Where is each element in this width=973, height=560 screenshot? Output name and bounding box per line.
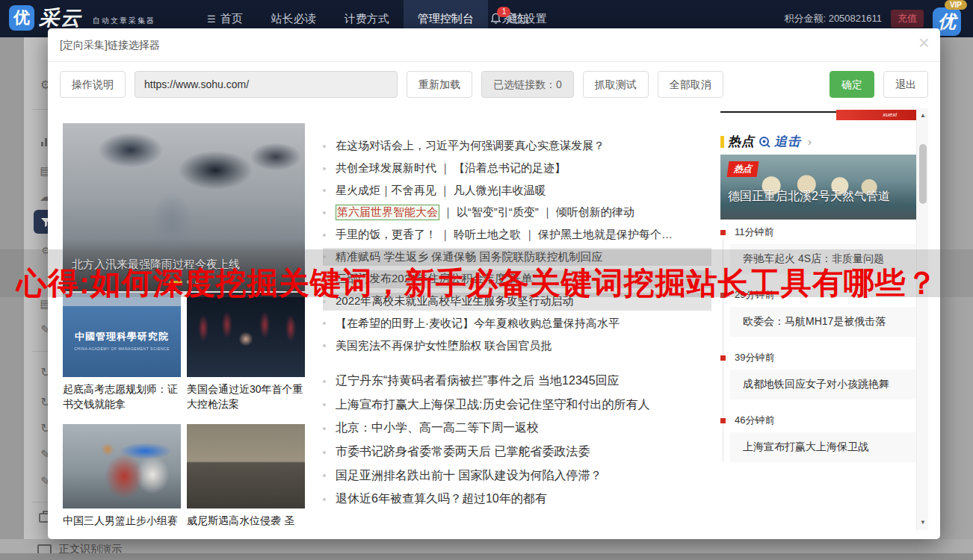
photo-card[interactable]: 威尼斯遇高水位侵袭 圣 [187,424,305,528]
vertical-scrollbar[interactable]: ▲ ▼ [916,108,928,530]
news-item[interactable]: 辽宁丹东“持黄码者看病被拦”事件之后 当地12345回应 [323,370,711,393]
news-item[interactable]: 在这场对话会上，习近平为何强调要真心实意谋发展？ [323,135,711,158]
notification-badge: 1 [497,7,510,17]
news-item[interactable]: 第六届世界智能大会 ｜ 以“智变”引“质变” ｜ 倾听创新的律动 [323,202,711,224]
news-item[interactable]: 共创全球发展新时代 ｜ 【沿着总书记的足迹】 [323,158,711,180]
scroll-down-icon[interactable]: ▼ [917,517,928,529]
confirm-button[interactable]: 确定 [830,71,874,98]
card-caption[interactable]: 起底高考志愿规划师：证书交钱就能拿 [63,382,181,412]
selected-link-highlight[interactable]: 第六届世界智能大会 [336,205,439,220]
hot-badge: 热点 [727,161,759,177]
timeline-item: 39分钟前 成都地铁回应女子对小孩跳艳舞 [720,352,916,399]
timeline-headline[interactable]: 欧委会：马航MH17是被俄击落 [730,307,916,337]
bullet-icon [323,474,326,477]
brand-name: 采云 [39,4,82,31]
credit-balance: 积分金额: 2050821611 [784,12,882,25]
news-item[interactable]: 手里的饭，更香了！ ｜ 聆听土地之歌 ｜ 保护黑土地就是保护每个… [323,224,711,246]
card-caption[interactable]: 美国会通过近30年首个重大控枪法案 [187,382,305,412]
reload-button[interactable]: 重新加载 [407,71,472,98]
photo-card[interactable]: 中国三人男篮止步小组赛 [63,424,181,528]
exit-button[interactable]: 退出 [883,71,928,98]
scroll-up-icon[interactable]: ▲ [917,110,928,122]
target-icon [759,136,770,148]
bullet-icon [323,498,326,501]
notifications-button[interactable]: 通知 1 [490,12,528,26]
vip-badge: VIP [945,0,967,10]
bullet-icon [323,380,326,383]
cancel-all-button[interactable]: 全部取消 [658,71,723,98]
bullet-icon [323,211,326,214]
news-item[interactable]: 【在希望的田野上·麦收记】今年夏粮收购总量保持高水平 [323,313,711,335]
venice-flood-image [187,424,305,508]
bullet-icon [323,145,326,148]
bullet-icon [323,427,326,430]
news-item[interactable]: 星火成炬｜不舍再见 ｜ 凡人微光|丰收温暖 [323,179,711,202]
bullet-icon [323,344,326,347]
news-group-bottom: 辽宁丹东“持黄码者看病被拦”事件之后 当地12345回应 上海宣布打赢大上海保卫… [323,370,711,511]
timeline-time: 39分钟前 [720,352,916,363]
brand-tagline: 自动文章采集器 [93,16,155,26]
hotspot-column: xuexi 热点 追击 › 热点 德国正重启北溪2号天然气管道 [720,108,916,530]
dialog-title: [定向采集]链接选择器 [60,39,160,52]
brand-logo[interactable]: 优 [9,5,34,31]
accent-bar [720,136,724,148]
recharge-button[interactable]: 充值 [891,10,924,28]
timeline-marker-icon [720,355,726,361]
divider [48,61,940,62]
marquee-overlay-text: 心得:如何深度挖掘关键词，新手必备关键词挖掘站长工具有哪些？ [16,263,938,304]
news-item[interactable]: 美国宪法不再保护女性堕胎权 联合国官员批 [323,335,711,357]
timeline-time: 46分钟前 [720,415,916,426]
grab-test-button[interactable]: 抓取测试 [583,71,649,98]
left-column: 北方入汛来最强降雨过程今夜上线 中國管理科學研究院 CHINA ACADEMY … [63,123,305,530]
news-item[interactable]: 国足亚洲排名跌出前十 国家队建设为何陷入停滞？ [323,464,711,488]
photo-card[interactable]: 美国会通过近30年首个重大控枪法案 [187,293,305,412]
webpage-preview: 北方入汛来最强降雨过程今夜上线 中國管理科學研究院 CHINA ACADEMY … [60,108,928,530]
close-icon[interactable]: × [918,31,930,55]
photo-card[interactable]: 中國管理科學研究院 CHINA ACADEMY OF MANAGEMENT SC… [63,293,181,412]
news-item[interactable]: 上海宣布打赢大上海保卫战:历史会记住坚守和付出的所有人 [323,393,711,417]
dialog-toolbar: 操作说明 重新加载 已选链接数：0 抓取测试 全部取消 确定 退出 [60,71,928,98]
card-caption[interactable]: 威尼斯遇高水位侵袭 圣 [187,513,305,528]
help-button[interactable]: 操作说明 [60,71,126,98]
selected-links-count: 已选链接数：0 [481,71,574,98]
timeline-item: 46分钟前 上海宣布打赢大上海保卫战 [720,415,916,462]
news-item[interactable]: 市委书记跻身省委常委两天后 已掌舵省委政法委 [323,441,711,464]
bullet-icon [323,167,326,170]
url-input[interactable] [135,71,398,98]
timeline-marker-icon [720,418,726,423]
chevron-right-icon: › [808,135,812,148]
china-academy-sign-image: 中國管理科學研究院 CHINA ACADEMY OF MANAGEMENT SC… [63,293,181,377]
bullet-icon [323,451,326,454]
bullet-icon [323,189,326,192]
card-caption[interactable]: 中国三人男篮止步小组赛 [63,513,181,528]
feature-image-gas-pipeline[interactable]: 热点 德国正重启北溪2号天然气管道 [720,155,916,220]
timeline-headline[interactable]: 成都地铁回应女子对小孩跳艳舞 [730,370,916,399]
bullet-icon [323,322,326,325]
timeline-headline[interactable]: 上海宣布打赢大上海保卫战 [730,432,916,462]
screen: ⚙ ▤ ☁ ⚙ ▤ ✎ ↻ ↻ ↻ ✎ ✎ 正文识别演示 优 [0,0,973,560]
scrollbar-thumb[interactable] [919,144,927,204]
news-group-top: 在这场对话会上，习近平为何强调要真心实意谋发展？ 共创全球发展新时代 ｜ 【沿着… [323,135,711,357]
feature-caption[interactable]: 德国正重启北溪2号天然气管道 [728,189,890,205]
news-item[interactable]: 退休近6年被查算久吗？超过10年的都有 [323,488,711,511]
menu-icon: ☰ [207,13,216,25]
news-column: 在这场对话会上，习近平为何强调要真心实意谋发展？ 共创全球发展新时代 ｜ 【沿着… [323,108,711,530]
bullet-icon [323,403,326,406]
promo-banner-fragment[interactable]: xuexi [836,110,916,120]
biden-speech-image [187,293,305,377]
timeline-marker-icon [720,230,726,235]
page-bottom-edge [0,553,973,560]
news-item[interactable]: 北京：中小学、高一高二等下周一返校 [323,417,711,441]
hotspot-header[interactable]: 热点 追击 › [720,133,812,150]
basketball-image [63,424,181,508]
timeline-time: 11分钟前 [720,227,916,237]
bullet-icon [323,234,326,237]
